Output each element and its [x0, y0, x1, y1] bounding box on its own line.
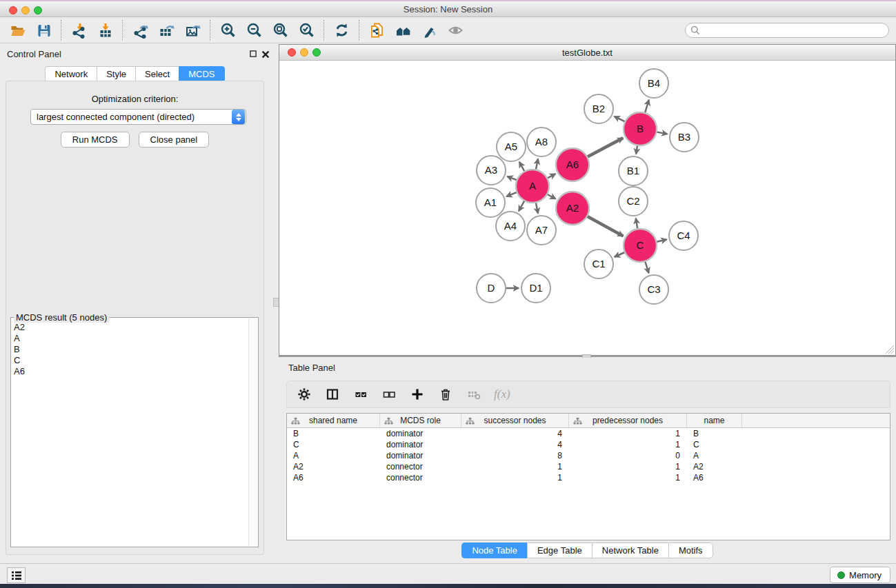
search-input[interactable]	[703, 24, 888, 37]
node-C3[interactable]: C3	[639, 275, 668, 304]
column-header-name[interactable]: name	[687, 414, 742, 427]
tab-motifs[interactable]: Motifs	[668, 543, 713, 558]
memory-button[interactable]: Memory	[830, 567, 890, 583]
node-A6[interactable]: A6	[556, 148, 589, 181]
cell-MCDS-role[interactable]: connector	[380, 472, 461, 483]
table-row[interactable]: Adominator80A	[287, 450, 890, 461]
graphics-details-icon[interactable]	[419, 21, 439, 40]
delete-column-icon[interactable]	[437, 386, 454, 403]
tab-node-table[interactable]: Node Table	[461, 543, 527, 558]
result-scrollbar[interactable]	[248, 318, 257, 546]
cell-successor-nodes[interactable]: 1	[461, 461, 569, 472]
export-table-icon[interactable]	[157, 21, 176, 40]
column-header-shared-name[interactable]: shared name	[287, 414, 380, 427]
result-node-item[interactable]: A2	[14, 322, 247, 333]
cell-successor-nodes[interactable]: 1	[461, 472, 569, 483]
tab-network-table[interactable]: Network Table	[592, 543, 668, 558]
cell-MCDS-role[interactable]: dominator	[380, 428, 461, 439]
node-A4[interactable]: A4	[496, 212, 525, 241]
result-node-item[interactable]: C	[14, 355, 247, 366]
refresh-icon[interactable]	[332, 21, 351, 40]
resize-grip-icon[interactable]	[885, 345, 895, 354]
import-table-icon[interactable]	[95, 21, 115, 40]
new-network-from-selection-icon[interactable]	[367, 21, 386, 40]
result-node-item[interactable]: A6	[14, 366, 247, 377]
column-header-predecessor-nodes[interactable]: predecessor nodes	[569, 414, 687, 427]
node-B3[interactable]: B3	[670, 123, 699, 152]
node-A3[interactable]: A3	[477, 156, 506, 185]
cell-shared-name[interactable]: A6	[287, 472, 380, 483]
select-stepper-icon[interactable]	[232, 110, 245, 124]
cell-name[interactable]: A2	[687, 461, 742, 472]
node-A8[interactable]: A8	[527, 128, 556, 156]
node-C2[interactable]: C2	[619, 187, 648, 216]
open-session-icon[interactable]	[8, 21, 27, 40]
column-browser-icon[interactable]	[324, 386, 341, 403]
node-C1[interactable]: C1	[584, 250, 613, 278]
save-session-icon[interactable]	[34, 21, 53, 40]
cell-successor-nodes[interactable]: 4	[461, 439, 569, 450]
float-panel-icon[interactable]	[250, 50, 257, 57]
tab-style[interactable]: Style	[97, 66, 135, 82]
tab-network[interactable]: Network	[45, 66, 97, 82]
node-C[interactable]: C	[624, 229, 657, 262]
cell-shared-name[interactable]: A2	[287, 461, 380, 472]
task-history-button[interactable]	[7, 567, 26, 583]
cell-name[interactable]: C	[687, 439, 742, 450]
cell-predecessor-nodes[interactable]: 0	[569, 450, 687, 461]
import-network-icon[interactable]	[69, 21, 88, 40]
first-neighbors-icon[interactable]	[393, 21, 412, 40]
node-C4[interactable]: C4	[669, 221, 698, 250]
search-field[interactable]	[685, 23, 889, 38]
close-panel-button[interactable]: Close panel	[139, 132, 210, 148]
node-A[interactable]: A	[516, 170, 549, 203]
tab-edge-table[interactable]: Edge Table	[527, 543, 592, 558]
result-node-item[interactable]: A	[14, 333, 247, 344]
deselect-all-icon[interactable]	[381, 386, 397, 403]
node-B4[interactable]: B4	[639, 69, 668, 98]
node-B2[interactable]: B2	[584, 94, 613, 123]
network-window-titlebar[interactable]: testGlobe.txt	[279, 45, 895, 61]
network-graph[interactable]: B4B2BB3A8A5A6A3B1AC2A1A2A4A7C4CC1C3DD1	[279, 61, 895, 356]
node-D1[interactable]: D1	[521, 274, 550, 303]
cell-name[interactable]: A6	[687, 472, 742, 483]
cell-MCDS-role[interactable]: connector	[380, 461, 461, 472]
network-canvas[interactable]: B4B2BB3A8A5A6A3B1AC2A1A2A4A7C4CC1C3DD1	[279, 61, 895, 355]
cell-name[interactable]: A	[687, 450, 742, 461]
show-hide-details-icon[interactable]	[446, 21, 465, 40]
cell-predecessor-nodes[interactable]: 1	[569, 428, 687, 439]
table-row[interactable]: Bdominator41B	[287, 428, 890, 439]
column-header-MCDS-role[interactable]: MCDS role	[380, 414, 461, 427]
node-A7[interactable]: A7	[527, 216, 556, 245]
settings-icon[interactable]	[296, 386, 312, 403]
cell-shared-name[interactable]: C	[287, 439, 380, 450]
cell-predecessor-nodes[interactable]: 1	[569, 439, 687, 450]
node-D[interactable]: D	[477, 274, 506, 303]
node-A5[interactable]: A5	[497, 132, 526, 161]
node-B[interactable]: B	[624, 112, 657, 145]
table-row[interactable]: Cdominator41C	[287, 439, 890, 450]
run-mcds-button[interactable]: Run MCDS	[61, 132, 130, 148]
export-network-icon[interactable]	[130, 21, 150, 40]
criterion-select[interactable]: largest connected component (directed)	[30, 109, 246, 125]
column-header-successor-nodes[interactable]: successor nodes	[461, 414, 569, 427]
cell-successor-nodes[interactable]: 8	[461, 450, 569, 461]
zoom-fit-icon[interactable]	[270, 21, 290, 40]
cell-MCDS-role[interactable]: dominator	[380, 450, 461, 461]
cell-predecessor-nodes[interactable]: 1	[569, 461, 687, 472]
result-node-item[interactable]: B	[14, 344, 247, 355]
select-all-icon[interactable]	[352, 386, 369, 403]
zoom-in-icon[interactable]	[218, 21, 237, 40]
cell-name[interactable]: B	[687, 428, 742, 439]
close-panel-icon[interactable]	[261, 50, 270, 59]
cell-MCDS-role[interactable]: dominator	[380, 439, 461, 450]
node-A2[interactable]: A2	[556, 192, 589, 225]
tab-select[interactable]: Select	[135, 66, 179, 82]
table-row[interactable]: A2connector11A2	[287, 461, 890, 472]
cell-successor-nodes[interactable]: 4	[461, 428, 569, 439]
cell-shared-name[interactable]: B	[287, 428, 380, 439]
table-row[interactable]: A6connector11A6	[287, 472, 890, 483]
node-B1[interactable]: B1	[619, 156, 648, 185]
tab-mcds[interactable]: MCDS	[179, 66, 224, 82]
cell-shared-name[interactable]: A	[287, 450, 380, 461]
